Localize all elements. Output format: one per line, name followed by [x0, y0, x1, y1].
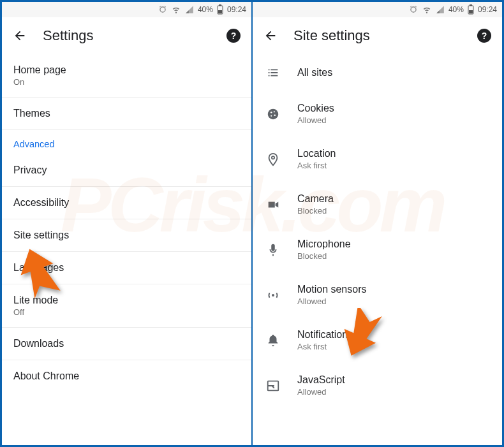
- page-title: Site settings: [293, 27, 461, 44]
- row-sub: Ask first: [297, 342, 353, 351]
- app-bar: Site settings ?: [253, 17, 502, 54]
- svg-point-11: [272, 156, 274, 159]
- svg-rect-5: [469, 10, 473, 13]
- row-motion-sensors[interactable]: Motion sensorsAllowed: [253, 272, 502, 318]
- motion-icon: [260, 288, 286, 302]
- row-label: Motion sensors: [297, 284, 367, 295]
- back-button[interactable]: [262, 27, 279, 45]
- arrow-left-icon: [263, 29, 278, 43]
- section-advanced: Advanced: [2, 130, 251, 154]
- help-icon: ?: [477, 29, 491, 43]
- row-label: Privacy: [13, 165, 240, 176]
- arrow-left-icon: [13, 29, 27, 43]
- row-microphone[interactable]: MicrophoneBlocked: [253, 227, 502, 272]
- row-home-page[interactable]: Home page On: [2, 54, 251, 98]
- row-site-settings[interactable]: Site settings: [2, 219, 251, 252]
- signal-icon: [185, 5, 194, 14]
- alarm-icon: [158, 5, 167, 14]
- microphone-icon: [260, 243, 286, 257]
- site-settings-pane: 40% 09:24 Site settings ? All sites Cook…: [252, 2, 502, 445]
- row-label: Home page: [13, 64, 240, 76]
- row-label: Accessibility: [13, 197, 240, 209]
- row-cookies[interactable]: CookiesAllowed: [253, 91, 502, 136]
- location-icon: [260, 152, 286, 166]
- alarm-icon: [409, 5, 418, 14]
- battery-percent: 40%: [198, 5, 213, 14]
- site-settings-list: All sites CookiesAllowed LocationAsk fir…: [253, 54, 502, 445]
- svg-rect-4: [470, 4, 472, 6]
- back-button[interactable]: [11, 27, 29, 45]
- status-bar: 40% 09:24: [253, 2, 502, 17]
- row-label: All sites: [297, 67, 332, 78]
- row-all-sites[interactable]: All sites: [253, 54, 502, 91]
- row-label: Notifications: [297, 329, 353, 341]
- wifi-icon: [422, 5, 432, 14]
- svg-point-10: [271, 115, 272, 116]
- row-label: Location: [297, 148, 336, 159]
- svg-point-8: [274, 111, 275, 112]
- row-label: Camera: [297, 193, 334, 205]
- row-label: Site settings: [13, 230, 240, 241]
- row-sub: Allowed: [297, 297, 367, 306]
- settings-list: Home page On Themes Advanced Privacy Acc…: [2, 54, 251, 445]
- help-button[interactable]: ?: [225, 27, 242, 45]
- row-label: Cookies: [297, 103, 334, 114]
- row-languages[interactable]: Languages: [2, 252, 251, 284]
- row-accessibility[interactable]: Accessibility: [2, 187, 251, 219]
- row-downloads[interactable]: Downloads: [2, 328, 251, 360]
- row-notifications[interactable]: NotificationsAsk first: [253, 318, 502, 363]
- list-icon: [260, 66, 286, 80]
- row-label: Downloads: [13, 338, 240, 349]
- wifi-icon: [171, 5, 181, 14]
- row-sub: Blocked: [297, 206, 334, 216]
- status-bar: 40% 09:24: [2, 2, 251, 17]
- status-time: 09:24: [478, 5, 497, 14]
- row-about-chrome[interactable]: About Chrome: [2, 360, 251, 392]
- row-camera[interactable]: CameraBlocked: [253, 182, 502, 227]
- battery-percent: 40%: [448, 5, 464, 14]
- row-javascript[interactable]: JavaScriptAllowed: [253, 363, 502, 408]
- svg-rect-1: [219, 4, 221, 6]
- svg-rect-2: [218, 10, 222, 13]
- row-label: JavaScript: [297, 374, 345, 386]
- row-themes[interactable]: Themes: [2, 98, 251, 130]
- page-title: Settings: [43, 27, 211, 44]
- camera-icon: [260, 198, 286, 212]
- row-location[interactable]: LocationAsk first: [253, 136, 502, 182]
- app-bar: Settings ?: [2, 17, 251, 54]
- row-label: Languages: [13, 262, 240, 274]
- row-sub: Blocked: [297, 251, 351, 261]
- battery-icon: [468, 4, 474, 15]
- row-sub: Allowed: [297, 387, 345, 397]
- status-time: 09:24: [227, 5, 246, 14]
- svg-point-9: [274, 114, 276, 116]
- svg-point-12: [272, 293, 274, 296]
- row-privacy[interactable]: Privacy: [2, 154, 251, 187]
- signal-icon: [436, 5, 445, 14]
- row-sub: On: [13, 77, 240, 87]
- row-sub: Allowed: [297, 115, 334, 125]
- row-label: Lite mode: [13, 295, 240, 306]
- help-icon: ?: [226, 29, 241, 43]
- svg-point-7: [271, 111, 272, 113]
- row-sub: Ask first: [297, 161, 336, 170]
- row-lite-mode[interactable]: Lite mode Off: [2, 284, 251, 328]
- cookie-icon: [260, 107, 286, 121]
- battery-icon: [217, 4, 223, 15]
- row-label: Microphone: [297, 238, 351, 250]
- row-label: Themes: [13, 108, 240, 119]
- help-button[interactable]: ?: [475, 27, 493, 45]
- javascript-icon: [260, 379, 286, 393]
- row-sub: Off: [13, 307, 240, 317]
- row-label: About Chrome: [13, 370, 240, 382]
- bell-icon: [260, 333, 286, 348]
- settings-pane: 40% 09:24 Settings ? Home page On Themes…: [2, 2, 252, 445]
- svg-point-6: [268, 108, 279, 119]
